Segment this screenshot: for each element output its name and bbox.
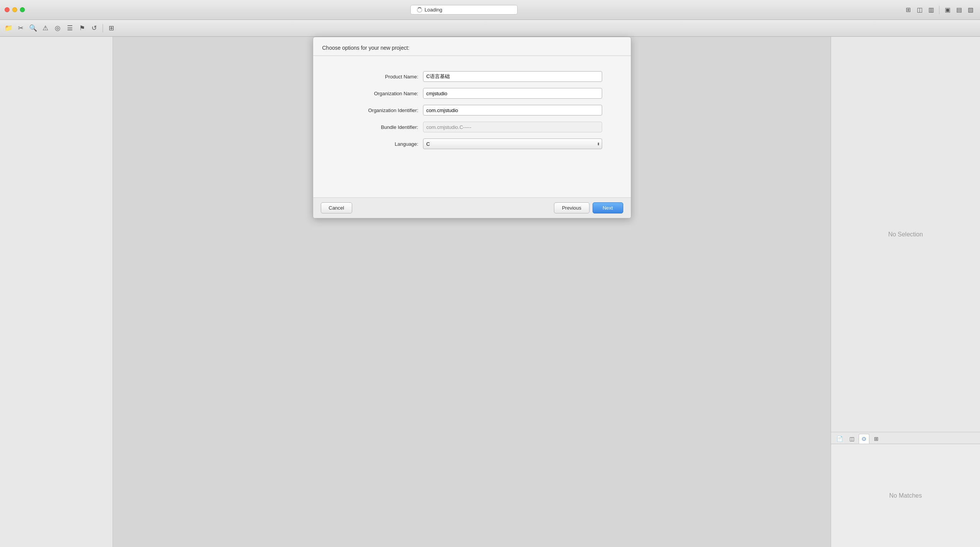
no-matches-label: No Matches (889, 492, 922, 499)
product-name-label: Product Name: (342, 74, 418, 80)
org-identifier-input[interactable] (423, 105, 602, 116)
dialog-header: Choose options for your new project: (313, 37, 631, 56)
tab-layers-icon[interactable]: ◫ (846, 434, 857, 444)
tab-document-icon[interactable]: 📄 (834, 434, 845, 444)
warning-icon[interactable]: ⚠ (40, 23, 51, 34)
toolbar-sep (103, 24, 103, 33)
minimize-button[interactable] (12, 7, 17, 12)
no-selection-label: No Selection (888, 231, 923, 238)
cancel-button[interactable]: Cancel (321, 202, 352, 213)
bundle-identifier-label: Bundle Identifier: (342, 124, 418, 130)
right-sidebar-tabs: 📄 ◫ ⊙ ⊞ (831, 432, 980, 444)
layout-icon-2[interactable]: ▤ (954, 5, 964, 15)
footer-right: Previous Next (554, 202, 623, 213)
tab-circle-icon[interactable]: ⊙ (859, 434, 869, 444)
language-select-wrapper: C C++ Objective-C Swift (423, 138, 602, 149)
center-area: Choose options for your new project: Pro… (113, 37, 831, 547)
close-button[interactable] (5, 7, 10, 12)
new-project-dialog: Choose options for your new project: Pro… (313, 37, 631, 218)
dialog-backdrop: Choose options for your new project: Pro… (113, 37, 831, 547)
folder-icon[interactable]: 📁 (3, 23, 14, 34)
next-button[interactable]: Next (593, 202, 623, 213)
titlebar-center: Loading (25, 5, 903, 15)
right-sidebar: No Selection 📄 ◫ ⊙ ⊞ No Matches (831, 37, 980, 547)
search-icon[interactable]: 🔍 (28, 23, 38, 34)
language-select[interactable]: C C++ Objective-C Swift (423, 138, 602, 149)
loading-label: Loading (425, 7, 442, 13)
left-sidebar (0, 37, 113, 547)
form-grid: Product Name: Organization Name: Organiz… (342, 71, 602, 149)
previous-button[interactable]: Previous (554, 202, 590, 213)
refresh-icon[interactable]: ↺ (89, 23, 100, 34)
sep-1 (939, 6, 939, 14)
view-icon-1[interactable]: ⊞ (903, 5, 913, 15)
org-name-label: Organization Name: (342, 91, 418, 96)
bundle-identifier-readonly: com.cmjstudio.C----- (423, 122, 602, 132)
dialog-footer: Cancel Previous Next (313, 197, 631, 218)
right-sidebar-top: No Selection (831, 37, 980, 432)
layout-icon-3[interactable]: ▧ (965, 5, 975, 15)
product-name-input[interactable] (423, 71, 602, 82)
right-content-area: No Matches (831, 444, 980, 547)
grid-icon[interactable]: ⊞ (106, 23, 117, 34)
view-icon-3[interactable]: ▥ (926, 5, 936, 15)
titlebar-right: ⊞ ◫ ▥ ▣ ▤ ▧ (903, 5, 975, 15)
toolbar: 📁 ✂ 🔍 ⚠ ◎ ☰ ⚑ ↺ ⊞ (0, 20, 980, 37)
scissors-icon[interactable]: ✂ (15, 23, 26, 34)
view-icon-2[interactable]: ◫ (915, 5, 924, 15)
loading-spinner-icon (417, 7, 422, 13)
main-layout: Choose options for your new project: Pro… (0, 37, 980, 547)
org-identifier-label: Organization Identifier: (342, 107, 418, 113)
list-icon[interactable]: ☰ (64, 23, 75, 34)
tab-grid-icon[interactable]: ⊞ (871, 434, 882, 444)
dialog-body: Product Name: Organization Name: Organiz… (313, 56, 631, 197)
flag-icon[interactable]: ⚑ (77, 23, 87, 34)
loading-pill: Loading (410, 5, 518, 15)
layout-icon-1[interactable]: ▣ (942, 5, 952, 15)
dialog-title: Choose options for your new project: (322, 45, 622, 51)
right-sidebar-bottom: 📄 ◫ ⊙ ⊞ No Matches (831, 432, 980, 547)
titlebar: Loading ⊞ ◫ ▥ ▣ ▤ ▧ (0, 0, 980, 20)
maximize-button[interactable] (20, 7, 25, 12)
traffic-lights (5, 7, 25, 12)
language-label: Language: (342, 141, 418, 147)
org-name-input[interactable] (423, 88, 602, 99)
circle-icon[interactable]: ◎ (52, 23, 63, 34)
